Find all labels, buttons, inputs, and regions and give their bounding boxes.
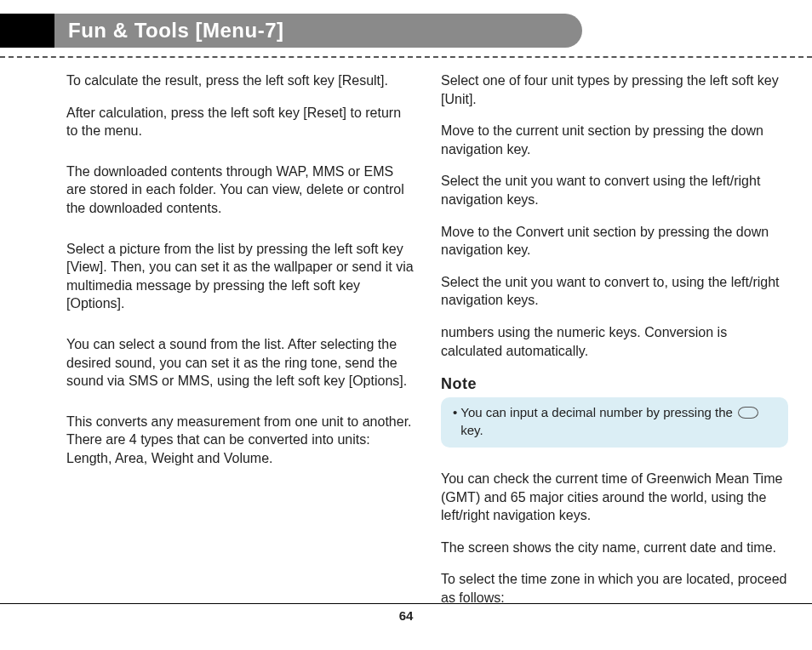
bullet-icon: •	[453, 404, 457, 421]
body-text: Move to the Convert unit section by pres…	[441, 223, 788, 259]
body-text: numbers using the numeric keys. Conversi…	[441, 323, 788, 360]
note-text: You can input a decimal number by pressi…	[460, 404, 776, 439]
header-accent-block	[0, 14, 54, 48]
body-text: Select one of four unit types by pressin…	[441, 71, 788, 108]
note-text-pre: You can input a decimal number by pressi…	[460, 405, 733, 419]
body-text: You can check the current time of Greenw…	[441, 470, 788, 525]
body-text: To select the time zone in which you are…	[441, 570, 788, 607]
right-column: Select one of four unit types by pressin…	[441, 71, 788, 620]
note-box: • You can input a decimal number by pres…	[441, 397, 788, 448]
header: Fun & Tools [Menu-7]	[0, 14, 812, 48]
divider-bottom	[0, 603, 812, 604]
body-text: The downloaded contents through WAP, MMS…	[66, 162, 414, 218]
body-text: You can select a sound from the list. Af…	[66, 335, 414, 391]
note-heading: Note	[441, 373, 788, 394]
key-icon	[738, 407, 758, 419]
body-text: To calculate the result, press the left …	[66, 71, 414, 90]
body-text: The screen shows the city name, current …	[441, 539, 788, 557]
left-column: To calculate the result, press the left …	[66, 71, 414, 620]
note-line: • You can input a decimal number by pres…	[453, 404, 776, 439]
divider-dashed	[0, 56, 812, 58]
page: Fun & Tools [Menu-7] To calculate the re…	[0, 0, 812, 650]
page-title: Fun & Tools [Menu-7]	[54, 14, 582, 48]
body-text: Move to the current unit section by pres…	[441, 122, 788, 158]
body-text: Select the unit you want to convert usin…	[441, 172, 788, 208]
page-title-text: Fun & Tools [Menu-7]	[68, 17, 284, 44]
body-text: Select the unit you want to convert to, …	[441, 273, 788, 310]
body-text: This converts any measurement from one u…	[66, 413, 414, 468]
note-text-post: key.	[460, 423, 483, 437]
body-text: Select a picture from the list by pressi…	[66, 240, 414, 313]
page-number: 64	[0, 607, 812, 624]
body-text: After calculation, press the left soft k…	[66, 104, 414, 140]
content-columns: To calculate the result, press the left …	[0, 71, 812, 620]
